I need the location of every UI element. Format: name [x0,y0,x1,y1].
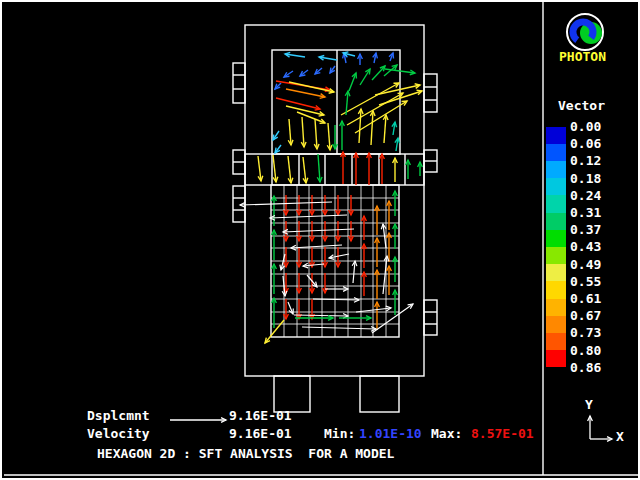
plot-title: HEXAGON 2D : SFT ANALYSIS FOR A MODEL [97,447,394,460]
mesh-grid [271,185,399,337]
legend-swatch [546,299,566,316]
legend-tick-label: 0.18 [570,172,601,185]
legend-tick-label: 0.37 [570,223,601,236]
legend-tick-label: 0.49 [570,258,601,271]
axis-indicator [588,416,612,441]
legend-tick-label: 0.73 [570,326,601,339]
axis-x-label: X [616,430,624,443]
photon-logo-icon [562,10,610,54]
legend-tick-label: 0.24 [570,189,601,202]
legend-tick-label: 0.86 [570,361,601,374]
displacement-value: 9.16E-01 [229,409,292,422]
photon-screen: PHOTON Vector 0.000.060.120.180.240.310.… [0,0,640,480]
legend-swatch [546,333,566,350]
legend-tick-label: 0.00 [570,120,601,133]
legend-swatch [546,247,566,264]
legend-swatch [546,316,566,333]
legend-tick-label: 0.12 [570,154,601,167]
legend-swatch [546,213,566,230]
legend-tick-label: 0.31 [570,206,601,219]
axis-y-label: Y [585,398,593,411]
min-value: 1.01E-10 [359,427,422,440]
legend-swatch [546,178,566,195]
max-label: Max: [431,427,462,440]
legend-swatch [546,281,566,298]
legend-tick-label: 0.06 [570,137,601,150]
min-label: Min: [324,427,355,440]
displacement-label: Dsplcmnt [87,409,150,422]
legend-tick-label: 0.67 [570,309,601,322]
velocity-label: Velocity [87,427,150,440]
photon-label: PHOTON [559,50,606,63]
displacement-scale-arrow [170,418,226,423]
legend-tick-label: 0.55 [570,275,601,288]
legend-swatch [546,264,566,281]
legend-swatch [546,230,566,247]
max-value: 8.57E-01 [471,427,534,440]
velocity-value: 9.16E-01 [229,427,292,440]
legend-tick-label: 0.80 [570,344,601,357]
legend-swatch [546,161,566,178]
legend-swatch [546,144,566,161]
legend-swatch [546,127,566,144]
legend-tick-label: 0.43 [570,240,601,253]
legend-swatch [546,195,566,212]
legend-title: Vector [558,99,605,112]
vector-arrows [240,52,422,343]
legend-tick-label: 0.61 [570,292,601,305]
legend-swatch [546,350,566,367]
